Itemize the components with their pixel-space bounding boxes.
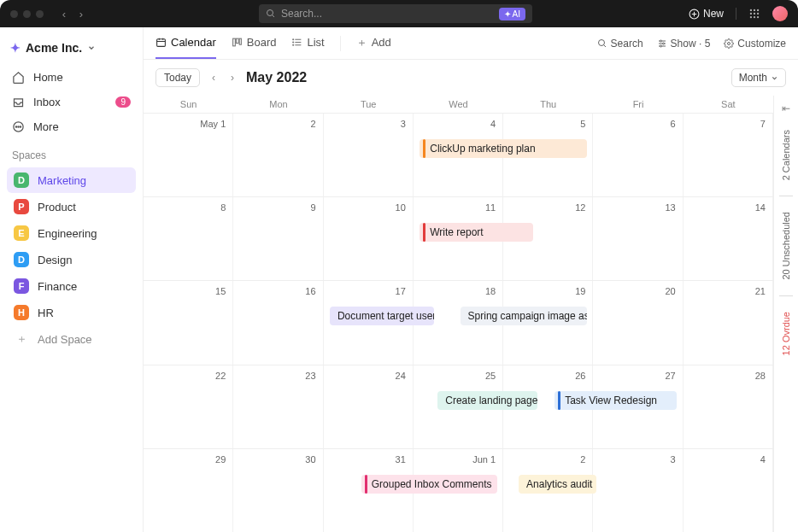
workspace-switcher[interactable]: ✦ Acme Inc. (5, 34, 138, 65)
next-month-icon[interactable]: › (227, 72, 238, 84)
calendar-day[interactable]: 16 (233, 281, 323, 364)
toolbar-search[interactable]: Search (597, 38, 643, 50)
calendar-event[interactable]: Analytics audit (519, 475, 596, 494)
svg-point-28 (293, 39, 294, 40)
calendar-day[interactable]: 28 (684, 365, 773, 448)
window-controls[interactable] (10, 10, 44, 18)
calendar-event[interactable]: Create landing page (437, 391, 537, 410)
calendar-day[interactable]: 20 (593, 281, 683, 364)
toolbar-show[interactable]: Show · 5 (657, 38, 711, 50)
calendar-day[interactable]: 7 (684, 114, 773, 196)
dow-label: Fri (593, 96, 683, 113)
svg-point-10 (757, 13, 759, 15)
rail-overdue[interactable]: 12 Ovrdue (781, 307, 791, 360)
space-item-marketing[interactable]: DMarketing (7, 167, 136, 193)
toolbar-customize[interactable]: Customize (724, 38, 786, 50)
space-label: Design (38, 254, 72, 266)
plus-icon: ＋ (14, 331, 29, 347)
tab-add-view[interactable]: ＋ Add (356, 27, 391, 59)
tab-board[interactable]: Board (232, 27, 277, 59)
event-label: Analytics audit (526, 478, 592, 490)
nav-back-icon[interactable]: ‹ (57, 8, 71, 20)
calendar-day[interactable]: 14 (684, 197, 773, 280)
apps-grid-icon[interactable] (748, 8, 760, 20)
global-search[interactable]: Search... ✦ AI (259, 4, 532, 23)
nav-forward-icon[interactable]: › (74, 8, 88, 20)
day-number: 12 (575, 202, 585, 213)
calendar-event[interactable]: Document target users (330, 307, 434, 325)
svg-point-13 (757, 16, 759, 18)
calendar-event[interactable]: Spring campaign image assets (461, 307, 587, 325)
day-number: 18 (485, 286, 496, 296)
calendar-day[interactable]: 6 (593, 114, 683, 196)
today-button[interactable]: Today (155, 68, 200, 87)
svg-point-9 (754, 13, 755, 15)
calendar-event[interactable]: Task View Redesign (554, 391, 677, 410)
tab-calendar[interactable]: Calendar (155, 27, 216, 59)
calendar-day[interactable]: 21 (684, 281, 773, 364)
day-number: 15 (215, 286, 226, 296)
calendar-day[interactable]: 15 (144, 281, 233, 364)
calendar-day[interactable]: 3 (324, 114, 414, 196)
calendar-event[interactable]: Write report (420, 223, 533, 242)
svg-rect-24 (239, 38, 241, 44)
space-item-finance[interactable]: FFinance (7, 273, 136, 299)
inbox-icon (12, 96, 25, 108)
svg-point-39 (728, 42, 731, 44)
calendar-day[interactable]: 8 (144, 197, 233, 280)
space-item-hr[interactable]: HHR (7, 300, 136, 325)
calendar-day[interactable]: 10 (324, 197, 414, 280)
ai-badge[interactable]: ✦ AI (499, 8, 525, 20)
board-icon (232, 37, 243, 48)
rail-calendars[interactable]: 2 Calendars (781, 125, 791, 185)
nav-more[interactable]: More (5, 114, 138, 139)
calendar-day[interactable]: 22 (144, 365, 233, 448)
calendar-day[interactable]: 30 (233, 449, 323, 532)
prev-month-icon[interactable]: ‹ (208, 72, 219, 84)
day-number: 11 (485, 202, 496, 213)
svg-point-29 (293, 42, 294, 43)
calendar-event[interactable]: ClickUp marketing plan (420, 139, 587, 158)
event-label: ClickUp marketing plan (430, 143, 535, 155)
space-label: HR (38, 307, 54, 319)
event-color-bar (423, 223, 425, 242)
new-button[interactable]: New (689, 8, 724, 20)
rail-unscheduled[interactable]: 20 Unscheduled (781, 207, 791, 285)
calendar-day[interactable]: 3 (593, 449, 683, 532)
calendar-event[interactable]: Grouped Inbox Comments (361, 475, 497, 494)
calendar-grid: SunMonTueWedThuFriSat May 1234567ClickUp… (144, 96, 774, 532)
collapse-rail-icon[interactable]: ⇤ (782, 102, 790, 114)
user-avatar[interactable] (772, 6, 788, 21)
event-label: Create landing page (445, 395, 537, 406)
svg-point-36 (660, 40, 661, 42)
tab-list[interactable]: List (291, 27, 324, 59)
calendar-day[interactable]: 24 (324, 365, 414, 448)
calendar-week: 891011121314Write report (144, 196, 773, 280)
svg-rect-18 (157, 39, 166, 47)
space-item-product[interactable]: PProduct (7, 194, 136, 219)
add-space-button[interactable]: ＋ Add Space (7, 326, 136, 352)
svg-point-6 (754, 9, 755, 11)
list-icon (291, 37, 302, 48)
calendar-day[interactable]: 13 (593, 197, 683, 280)
day-number: 24 (396, 371, 406, 381)
calendar-week: 293031Jun 1234Grouped Inbox CommentsAnal… (144, 448, 773, 532)
calendar-day[interactable]: 2 (233, 114, 323, 196)
event-label: Grouped Inbox Comments (372, 478, 492, 490)
day-number: Jun 1 (472, 454, 496, 465)
calendar-day[interactable]: 9 (233, 197, 323, 280)
gear-icon (724, 38, 734, 49)
view-mode-select[interactable]: Month (731, 68, 786, 87)
day-number: 22 (215, 371, 226, 381)
inbox-badge: 9 (115, 96, 131, 108)
nav-inbox[interactable]: Inbox 9 (5, 90, 138, 114)
day-number: 13 (665, 202, 675, 213)
nav-home[interactable]: Home (5, 65, 138, 90)
calendar-day[interactable]: 4 (684, 449, 773, 532)
calendar-day[interactable]: 29 (144, 449, 233, 532)
calendar-day[interactable]: 23 (233, 365, 323, 448)
svg-point-15 (15, 126, 16, 127)
space-item-design[interactable]: DDesign (7, 247, 136, 272)
space-item-engineering[interactable]: EEngineering (7, 220, 136, 246)
calendar-day[interactable]: May 1 (144, 114, 233, 196)
